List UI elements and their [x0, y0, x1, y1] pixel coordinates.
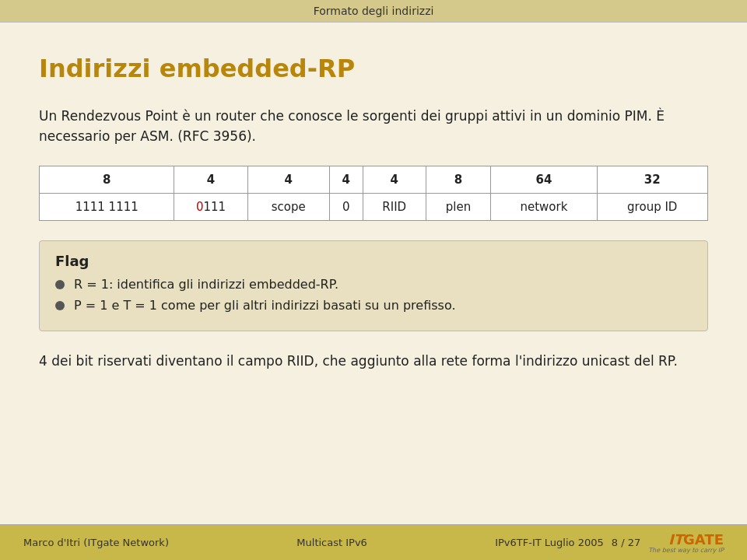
itgate-logo: ITGATE The best way to carry IP	[648, 531, 724, 554]
col-8: 8	[40, 166, 174, 194]
footer-topic: Multicast IPv6	[296, 537, 367, 548]
header-title: Formato degli indirizzi	[314, 5, 434, 17]
cell-1111: 1111 1111	[40, 194, 174, 221]
page-title: Indirizzi embedded-RP	[39, 54, 708, 83]
col-4d: 4	[363, 166, 426, 194]
flag-title: Flag	[55, 253, 692, 269]
col-4a: 4	[174, 166, 247, 194]
cell-network: network	[491, 194, 597, 221]
bottom-text: 4 dei bit riservati diventano il campo R…	[39, 351, 708, 372]
col-4b: 4	[247, 166, 329, 194]
footer: Marco d'Itri (ITgate Network) Multicast …	[0, 524, 747, 560]
footer-author: Marco d'Itri (ITgate Network)	[23, 537, 169, 548]
cell-plen: plen	[426, 194, 491, 221]
bullet-icon-1	[55, 280, 65, 289]
intro-text: Un Rendezvous Point è un router che cono…	[39, 107, 708, 146]
address-table: 8 4 4 4 4 8 64 32 1111 1111 0111 scope 0…	[39, 166, 708, 221]
flag-section: Flag R = 1: identifica gli indirizzi emb…	[39, 240, 708, 331]
cell-riid: RIID	[363, 194, 426, 221]
main-content: Indirizzi embedded-RP Un Rendezvous Poin…	[0, 23, 747, 403]
bullet-icon-2	[55, 301, 65, 310]
col-32: 32	[597, 166, 708, 194]
itgate-subtitle: The best way to carry IP	[648, 547, 724, 554]
cell-scope: scope	[247, 194, 329, 221]
cell-0: 0	[329, 194, 363, 221]
col-64: 64	[491, 166, 597, 194]
footer-date: IPv6TF-IT Luglio 2005	[495, 537, 604, 548]
it-text: IT	[668, 531, 683, 548]
footer-page: 8 / 27	[612, 537, 640, 548]
col-8b: 8	[426, 166, 491, 194]
table-numbers-row: 8 4 4 4 4 8 64 32	[40, 166, 708, 194]
footer-center: Multicast IPv6	[296, 537, 367, 548]
footer-left: Marco d'Itri (ITgate Network)	[23, 537, 169, 548]
flag-text-2: P = 1 e T = 1 come per gli altri indiriz…	[74, 298, 456, 313]
flag-item-2: P = 1 e T = 1 come per gli altri indiriz…	[55, 298, 692, 313]
itgate-logo-text: ITGATE	[668, 531, 724, 547]
col-4c: 4	[329, 166, 363, 194]
cell-group-id: group ID	[597, 194, 708, 221]
flag-item-1: R = 1: identifica gli indirizzi embedded…	[55, 277, 692, 292]
table-values-row: 1111 1111 0111 scope 0 RIID plen network…	[40, 194, 708, 221]
flag-text-1: R = 1: identifica gli indirizzi embedded…	[74, 277, 338, 292]
cell-0111: 0111	[174, 194, 247, 221]
header-bar: Formato degli indirizzi	[0, 0, 747, 23]
gate-text: GATE	[683, 531, 724, 548]
red-zero: 0	[196, 200, 204, 214]
footer-right: IPv6TF-IT Luglio 2005 8 / 27 ITGATE The …	[495, 531, 724, 554]
